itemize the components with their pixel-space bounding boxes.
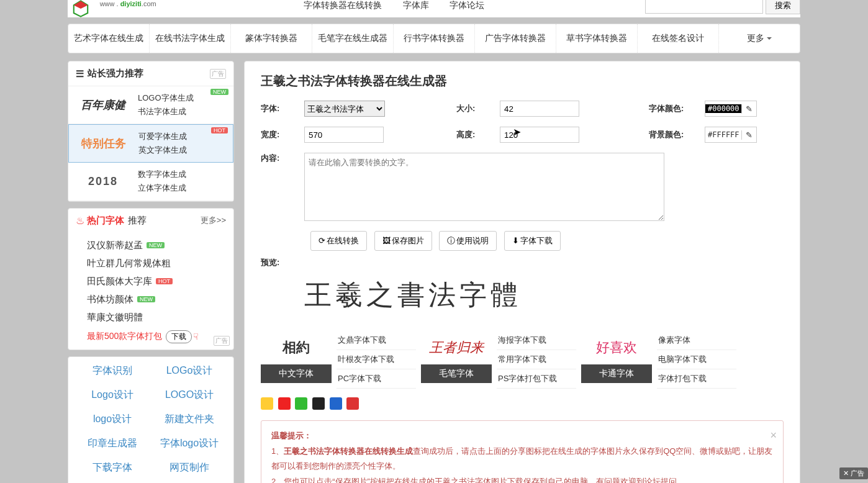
hot-tag: HOT	[156, 278, 173, 284]
hot-fonts-panel: ♨ 热门字体 推荐 更多>> 汉仪新蒂赵孟NEW 叶立群几何常规体粗 田氏颜体大…	[68, 208, 234, 350]
bgcolor-picker[interactable]: #FFFFFF ✎	[705, 127, 757, 143]
fontcolor-picker[interactable]: #000000 ✎	[705, 101, 757, 117]
cat-label[interactable]: 中文字体	[261, 364, 332, 383]
size-input[interactable]	[500, 101, 579, 117]
nav-item[interactable]: 行书字体转换器	[394, 24, 475, 53]
cat-link[interactable]: PS字体打包下载	[497, 369, 576, 389]
nav-item[interactable]: 毛笔字在线生成器	[312, 24, 394, 53]
rec-item[interactable]: 特别任务 可爱字体生成 英文字体生成 HOT	[68, 124, 233, 163]
info-icon: ⓘ	[447, 236, 455, 245]
hot-font-item[interactable]: 汉仪新蒂赵孟NEW	[87, 237, 226, 255]
tip-line: 2、您也可以点击“保存图片”按钮把在线生成的王羲之书法字体图片下载保存到自己的电…	[271, 477, 685, 483]
new-tag: NEW	[137, 296, 155, 302]
nav-item[interactable]: 艺术字体在线生成	[68, 24, 150, 53]
nav-item[interactable]: 在线书法字体生成	[150, 24, 231, 53]
share-tieba-icon[interactable]	[330, 397, 342, 410]
fire-icon: ♨	[76, 215, 84, 227]
nav-item[interactable]: 在线签名设计	[638, 24, 719, 53]
rec-link[interactable]: 英文字体生成	[138, 143, 187, 157]
topnav-link[interactable]: 字体转换器在线转换	[304, 0, 382, 10]
tip-box: × 温馨提示： 1、王羲之书法字体转换器在线转换生成查询成功后，请点击上面的分享…	[261, 420, 784, 483]
quick-link[interactable]: LOGO设计	[153, 389, 226, 402]
save-image-button[interactable]: 🖼保存图片	[374, 231, 432, 251]
cat-link[interactable]: 文鼎字体下载	[337, 331, 416, 350]
size-label: 大小:	[456, 103, 500, 114]
sidebar: ☰ 站长强力推荐 广告 百年康健 LOGO字体生成 书法字体生成 NEW 特别	[68, 61, 234, 483]
quick-link[interactable]: 下载字体	[76, 461, 149, 474]
cat-label[interactable]: 毛笔字体	[421, 364, 492, 383]
hot-font-item[interactable]: 田氏颜体大字库HOT	[87, 273, 226, 291]
rec-link[interactable]: 书法字体生成	[138, 105, 194, 119]
rec-link[interactable]: 数字字体生成	[138, 168, 186, 181]
cat-link[interactable]: 像素字体	[657, 331, 736, 350]
nav-item[interactable]: 篆体字转换器	[231, 24, 312, 53]
download-text: 最新500款字体打包	[87, 331, 162, 342]
quick-link[interactable]: logo设计	[76, 413, 149, 426]
hot-font-item[interactable]: 书体坊颜体NEW	[87, 291, 226, 309]
topnav-link[interactable]: 字体论坛	[450, 0, 484, 10]
top-nav: 字体转换器在线转换 字体库 字体论坛	[304, 0, 503, 11]
rec-link[interactable]: LOGO字体生成	[138, 91, 194, 105]
share-more-icon[interactable]	[346, 397, 359, 410]
ad-badge: 广告	[214, 336, 230, 346]
cat-link[interactable]: 常用字体下载	[497, 350, 576, 369]
hot-font-item[interactable]: 叶立群几何常规体粗	[87, 255, 226, 273]
quick-link[interactable]: 印章生成器	[76, 437, 149, 450]
content-textarea[interactable]	[304, 153, 664, 221]
fontcolor-label: 字体颜色:	[649, 103, 705, 114]
nav-item[interactable]: 广告字体转换器	[475, 24, 556, 53]
convert-button[interactable]: ⟳在线转换	[310, 231, 367, 251]
search-button[interactable]: 搜索	[766, 0, 800, 14]
ad-float[interactable]: ✕ 广告	[839, 467, 868, 479]
cat-label[interactable]: 卡通字体	[581, 364, 652, 383]
quick-link[interactable]: LOGo设计	[153, 364, 226, 377]
quick-link[interactable]: 新建文件夹	[153, 413, 226, 426]
topnav-link[interactable]: 字体库	[403, 0, 429, 10]
quick-link[interactable]: 字体logo设计	[153, 437, 226, 450]
font-select[interactable]: 王羲之书法字体	[304, 101, 385, 117]
image-icon: 🖼	[382, 236, 391, 245]
main-nav: 艺术字体在线生成 在线书法字体生成 篆体字转换器 毛笔字在线生成器 行书字体转换…	[68, 24, 800, 53]
share-weibo-icon[interactable]	[278, 397, 291, 410]
preview-label: 预览:	[261, 257, 304, 268]
share-wechat-icon[interactable]	[295, 397, 307, 410]
share-qzone-icon[interactable]	[261, 397, 273, 410]
rec-item[interactable]: 百年康健 LOGO字体生成 书法字体生成 NEW	[68, 86, 233, 124]
rec-link[interactable]: 可爱字体生成	[138, 130, 187, 143]
eyedropper-icon[interactable]: ✎	[741, 104, 756, 114]
quick-link[interactable]: 网页制作	[153, 461, 226, 474]
search-input[interactable]	[645, 0, 763, 14]
nav-item[interactable]: 草书字体转换器	[556, 24, 638, 53]
panel-title: 站长强力推荐	[88, 68, 143, 79]
quick-link[interactable]: Logo设计	[76, 389, 149, 402]
cat-thumb: 王者归来	[421, 331, 492, 364]
quick-links-panel: 字体识别 LOGo设计 Logo设计 LOGO设计 logo设计 新建文件夹 印…	[68, 356, 234, 483]
cat-link[interactable]: 叶根友字体下载	[337, 350, 416, 369]
font-download-button[interactable]: ⬇字体下载	[504, 231, 561, 251]
download-button[interactable]: 下载	[166, 330, 192, 343]
font-label: 字体:	[261, 103, 304, 114]
cat-link[interactable]: PC字体下载	[337, 369, 416, 389]
site-logo[interactable]: www . diyiziti.com	[68, 0, 156, 17]
rec-thumb: 百年康健	[75, 94, 132, 116]
eyedropper-icon[interactable]: ✎	[741, 130, 756, 140]
category-cards: 相約中文字体 文鼎字体下载 叶根友字体下载 PC字体下载 王者归来毛笔字体 海报…	[261, 331, 784, 389]
rec-link[interactable]: 立体字体生成	[138, 181, 186, 195]
height-input[interactable]	[500, 127, 579, 143]
cat-link[interactable]: 电脑字体下载	[657, 350, 736, 369]
rec-item[interactable]: 2018 数字字体生成 立体字体生成	[68, 163, 233, 201]
cat-link[interactable]: 字体打包下载	[657, 369, 736, 389]
quick-link[interactable]: 字体识别	[76, 364, 149, 377]
hot-font-item[interactable]: 華康文徽明體	[87, 309, 226, 327]
hot-more-link[interactable]: 更多>>	[201, 215, 226, 226]
action-buttons: ⟳在线转换 🖼保存图片 ⓘ使用说明 ⬇字体下载	[310, 231, 784, 251]
search-area: 搜索	[645, 0, 800, 14]
width-input[interactable]	[304, 127, 384, 143]
help-button[interactable]: ⓘ使用说明	[439, 231, 497, 251]
main-content: 王羲之书法字体转换器在线生成器 字体: 王羲之书法字体 大小: 字体颜色: #0	[244, 61, 800, 483]
nav-more[interactable]: 更多	[719, 24, 800, 53]
logo-icon	[68, 0, 94, 17]
cat-link[interactable]: 海报字体下载	[497, 331, 576, 350]
close-icon[interactable]: ×	[770, 425, 777, 446]
share-qq-icon[interactable]	[312, 397, 325, 410]
